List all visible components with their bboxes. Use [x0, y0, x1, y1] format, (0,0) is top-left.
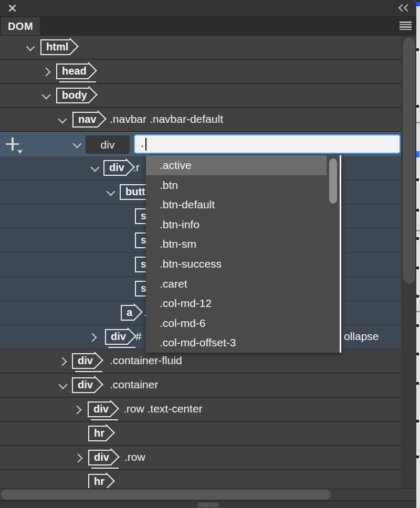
- tag-badge[interactable]: div: [88, 450, 111, 465]
- tag-badge[interactable]: div: [88, 401, 111, 417]
- tag-name: div: [109, 162, 124, 174]
- tree-row-div-row2[interactable]: div .row: [0, 446, 401, 470]
- horizontal-scrollbar-thumb[interactable]: [1, 490, 331, 500]
- tag-badge[interactable]: div: [103, 160, 127, 176]
- hamburger-menu-icon[interactable]: [400, 22, 412, 30]
- vertical-scrollbar[interactable]: [401, 36, 416, 488]
- autocomplete-item[interactable]: .col-md-offset-3: [146, 333, 340, 353]
- tag-badge[interactable]: html: [40, 39, 70, 55]
- node-classes-fragment: ollapse: [344, 330, 379, 343]
- tag-name: butt: [125, 186, 145, 198]
- tag-badge[interactable]: div: [72, 353, 95, 369]
- autocomplete-item[interactable]: .btn-info: [146, 215, 340, 235]
- tag-name: div: [111, 331, 126, 343]
- node-classes: .navbar .navbar-default: [110, 113, 223, 125]
- node-id: #: [135, 330, 142, 343]
- autocomplete-item[interactable]: .caret: [146, 274, 340, 294]
- tag-badge[interactable]: body: [56, 88, 89, 103]
- autocomplete-item[interactable]: .btn-sm: [146, 234, 340, 254]
- autocomplete-item[interactable]: .btn-default: [146, 195, 340, 215]
- tree-row-hr[interactable]: hr: [0, 422, 401, 446]
- tree-row-row-text-center[interactable]: div .row .text-center: [0, 398, 401, 422]
- double-chevron-left-icon[interactable]: [400, 5, 411, 11]
- tree-row-head[interactable]: head: [0, 60, 401, 84]
- tag-badge[interactable]: hr: [88, 474, 107, 488]
- tag-badge[interactable]: hr: [88, 426, 107, 441]
- autocomplete-item[interactable]: .btn-success: [146, 254, 340, 274]
- plus-icon[interactable]: [6, 137, 24, 153]
- tag-name: div: [93, 403, 109, 415]
- autocomplete-item[interactable]: .active: [146, 155, 327, 175]
- panel-title-bar: [0, 0, 416, 16]
- tree-row-container-fluid[interactable]: div .container-fluid: [0, 350, 401, 374]
- tag-badge[interactable]: div: [72, 377, 95, 393]
- chevron-down-icon[interactable]: [59, 380, 68, 389]
- chevron-right-icon[interactable]: [42, 68, 51, 77]
- node-classes: .container-fluid: [110, 354, 182, 367]
- tag-badge[interactable]: head: [56, 64, 89, 79]
- chevron-down-icon[interactable]: [58, 115, 67, 124]
- tag-name: div: [94, 451, 109, 463]
- node-classes: .r: [133, 161, 140, 174]
- tag-name: div: [78, 379, 93, 391]
- tree-row-html[interactable]: html: [0, 36, 401, 60]
- node-classes: .row .text-center: [123, 403, 203, 415]
- node-classes: .row: [124, 451, 145, 463]
- tree-row-container[interactable]: div .container: [0, 374, 401, 398]
- class-autocomplete-dropdown: .active .btn .btn-default .btn-info .btn…: [146, 155, 341, 353]
- tab-dom[interactable]: DOM: [1, 17, 40, 35]
- tag-name: a: [127, 306, 132, 319]
- panel-bottom-strip: [0, 500, 416, 508]
- chevron-down-icon[interactable]: [26, 43, 35, 51]
- tag-name: div: [78, 355, 93, 367]
- tag-name: nav: [78, 113, 96, 125]
- autocomplete-item[interactable]: .btn: [146, 175, 340, 195]
- chevron-down-icon[interactable]: [107, 187, 116, 196]
- dropdown-scrollbar-thumb[interactable]: [329, 158, 337, 204]
- chevron-right-icon[interactable]: [74, 454, 83, 463]
- plus-caret-icon: [17, 150, 23, 156]
- class-name-input[interactable]: .: [134, 134, 401, 154]
- tag-name: head: [62, 65, 87, 77]
- tab-bar: DOM: [0, 16, 416, 36]
- chevron-right-icon[interactable]: [88, 333, 97, 342]
- close-icon[interactable]: [8, 4, 16, 12]
- tag-name: hr: [94, 427, 104, 439]
- tree-row-nav[interactable]: nav .navbar .navbar-default: [0, 108, 401, 132]
- tag-badge[interactable]: nav: [72, 112, 98, 128]
- tag-badge[interactable]: div: [105, 329, 128, 345]
- tag-badge[interactable]: a: [121, 305, 134, 321]
- tag-name: hr: [94, 475, 104, 488]
- vertical-scrollbar-thumb[interactable]: [403, 38, 415, 283]
- chevron-down-icon[interactable]: [73, 140, 82, 149]
- chevron-right-icon[interactable]: [73, 406, 82, 415]
- tag-badge[interactable]: butt: [120, 184, 148, 200]
- insert-element-row[interactable]: div .: [0, 132, 401, 156]
- tree-row-body[interactable]: body: [0, 84, 401, 108]
- text-caret: [145, 138, 146, 151]
- autocomplete-item[interactable]: .col-md-12: [146, 293, 340, 313]
- class-input-value: .: [141, 136, 144, 150]
- tag-name: html: [46, 41, 68, 53]
- tag-name-editor[interactable]: div: [86, 135, 130, 154]
- background-app-edge: [416, 0, 420, 508]
- horizontal-scrollbar[interactable]: [0, 488, 416, 500]
- tag-name: body: [62, 89, 87, 101]
- autocomplete-item[interactable]: .col-md-6: [146, 313, 340, 333]
- chevron-down-icon[interactable]: [42, 91, 51, 100]
- tree-row-hr2[interactable]: hr: [0, 470, 401, 488]
- chevron-down-icon[interactable]: [91, 163, 100, 172]
- resize-grip-icon[interactable]: [198, 503, 219, 507]
- chevron-right-icon[interactable]: [58, 357, 67, 366]
- node-classes: .container: [110, 378, 158, 391]
